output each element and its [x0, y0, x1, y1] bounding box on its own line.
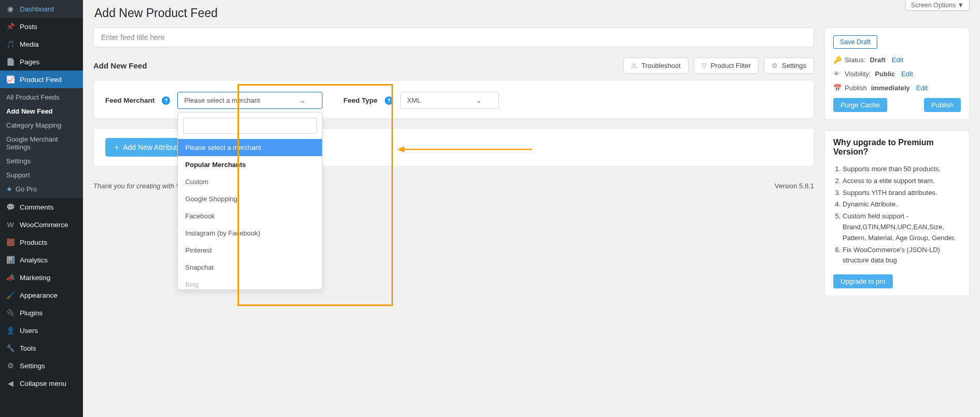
purge-cache-button[interactable]: Purge Cache — [833, 98, 887, 112]
sidebar-item-plugins[interactable]: 🔌Plugins — [0, 304, 83, 322]
product-filter-button[interactable]: ▽Product Filter — [694, 58, 759, 74]
edit-schedule-link[interactable]: Edit — [916, 84, 928, 92]
premium-item: Access to a elite support team. — [843, 176, 961, 187]
merchant-select-value: Please select a merchant — [184, 96, 260, 104]
dropdown-item[interactable]: Google Shopping — [178, 190, 322, 207]
troubleshoot-button[interactable]: ⚠Troubleshoot — [623, 58, 688, 74]
gear-icon: ⚙ — [772, 62, 778, 70]
collapse-icon: ◀ — [5, 378, 16, 388]
settings-icon: ⚙ — [5, 360, 16, 371]
merchant-dropdown: Please select a merchant Popular Merchan… — [177, 112, 323, 290]
sidebar-item-tools[interactable]: 🔧Tools — [0, 339, 83, 357]
users-icon: 👤 — [5, 325, 16, 336]
tools-icon: 🔧 — [5, 343, 16, 353]
feedtype-select[interactable]: XML ⌄ — [400, 92, 499, 109]
product-feed-icon: 📈 — [5, 74, 16, 85]
merchant-select[interactable]: Please select a merchant ⌄ Please select… — [177, 92, 323, 109]
settings-button[interactable]: ⚙Settings — [764, 58, 814, 74]
premium-item: Supports more than 50 products. — [843, 164, 961, 175]
left-column: Add New Feed ⚠Troubleshoot ▽Product Filt… — [93, 27, 814, 190]
sidebar-sub-gopro[interactable]: ★Go Pro — [0, 182, 83, 196]
chevron-down-icon: ⌄ — [476, 96, 482, 104]
sidebar-item-analytics[interactable]: 📊Analytics — [0, 251, 83, 269]
premium-title: Why upgrade to Premium Version? — [833, 138, 961, 157]
star-icon: ★ — [6, 185, 12, 193]
dropdown-item[interactable]: Bing — [178, 276, 322, 289]
sidebar-item-products[interactable]: 🧱Products — [0, 233, 83, 251]
publish-button[interactable]: Publish — [924, 98, 961, 112]
sidebar-item-posts[interactable]: 📌Posts — [0, 18, 83, 35]
annotation-arrow — [397, 144, 532, 155]
feedtype-label: Feed Type — [343, 96, 377, 104]
sidebar-item-woocommerce[interactable]: WWooCommerce — [0, 216, 83, 233]
warning-icon: ⚠ — [631, 62, 637, 70]
dropdown-item[interactable]: Instagram (by Facebook) — [178, 225, 322, 242]
sidebar-item-users[interactable]: 👤Users — [0, 322, 83, 339]
dropdown-item-placeholder[interactable]: Please select a merchant — [178, 139, 322, 156]
feed-config-panel: Feed Merchant ? Please select a merchant… — [93, 80, 814, 119]
merchant-dropdown-list[interactable]: Please select a merchant Popular Merchan… — [178, 139, 322, 289]
sidebar-item-settings[interactable]: ⚙Settings — [0, 357, 83, 374]
comments-icon: 💬 — [5, 202, 16, 212]
sidebar-item-product-feed[interactable]: 📈Product Feed — [0, 71, 83, 88]
upgrade-button[interactable]: Upgrade to pro — [833, 274, 893, 288]
dropdown-item[interactable]: Snapchat — [178, 259, 322, 276]
calendar-icon: 📅 — [833, 84, 841, 92]
dropdown-item[interactable]: Pinterest — [178, 242, 322, 259]
svg-marker-1 — [397, 146, 404, 152]
sidebar-item-appearance[interactable]: 🖌️Appearance — [0, 286, 83, 304]
sidebar-item-media[interactable]: 🎵Media — [0, 35, 83, 53]
chevron-down-icon: ⌄ — [300, 96, 305, 104]
pages-icon: 📄 — [5, 57, 16, 67]
appearance-icon: 🖌️ — [5, 290, 16, 300]
premium-list: Supports more than 50 products. Access t… — [833, 164, 961, 266]
sidebar-sub-gmerchant[interactable]: Google Merchant Settings — [0, 132, 83, 154]
premium-item: Dynamic Attribute. — [843, 199, 961, 210]
version-text: Version 5.8.1 — [775, 182, 814, 190]
dropdown-group-popular: Popular Merchants — [178, 156, 322, 173]
screen-options-toggle[interactable]: Screen Options ▼ — [905, 0, 970, 11]
plus-icon: + — [115, 143, 119, 151]
premium-item: Fix WooCommerce's (JSON-LD) structure da… — [843, 245, 961, 267]
products-icon: 🧱 — [5, 237, 16, 247]
panel-actions: ⚠Troubleshoot ▽Product Filter ⚙Settings — [623, 58, 814, 74]
sidebar-sub-support[interactable]: Support — [0, 168, 83, 182]
page-title: Add New Product Feed — [94, 6, 970, 20]
schedule-row: 📅 Publish immediately Edit — [833, 84, 961, 92]
sidebar-submenu: All Product Feeds Add New Feed Category … — [0, 88, 83, 198]
visibility-row: 👁 Visibility: Public Edit — [833, 70, 961, 78]
sidebar-item-marketing[interactable]: 📣Marketing — [0, 269, 83, 286]
help-icon[interactable]: ? — [162, 96, 170, 105]
edit-status-link[interactable]: Edit — [892, 56, 903, 64]
dashboard-icon: ◉ — [5, 4, 16, 14]
save-draft-button[interactable]: Save Draft — [833, 35, 877, 49]
dropdown-item[interactable]: Custom — [178, 173, 322, 190]
sidebar-item-dashboard[interactable]: ◉Dashboard — [0, 0, 83, 18]
dropdown-item[interactable]: Facebook — [178, 207, 322, 225]
analytics-icon: 📊 — [5, 255, 16, 265]
sidebar-item-pages[interactable]: 📄Pages — [0, 53, 83, 71]
media-icon: 🎵 — [5, 39, 16, 49]
sidebar-sub-add-new[interactable]: Add New Feed — [0, 104, 83, 118]
admin-sidebar: ◉Dashboard 📌Posts 🎵Media 📄Pages 📈Product… — [0, 0, 83, 417]
feedtype-select-value: XML — [407, 96, 421, 104]
plugins-icon: 🔌 — [5, 308, 16, 318]
merchant-search-input[interactable] — [183, 118, 317, 134]
right-column: Save Draft 🔑 Status: Draft Edit 👁 Visibi… — [824, 27, 970, 307]
eye-icon: 👁 — [833, 70, 841, 78]
marketing-icon: 📣 — [5, 272, 16, 283]
sidebar-item-collapse[interactable]: ◀Collapse menu — [0, 374, 83, 392]
sidebar-sub-all-feeds[interactable]: All Product Feeds — [0, 90, 83, 104]
premium-item: Custom field support - Brand,GTIN,MPN,UP… — [843, 211, 961, 243]
help-icon[interactable]: ? — [385, 96, 393, 105]
key-icon: 🔑 — [833, 56, 841, 64]
sidebar-sub-category[interactable]: Category Mapping — [0, 118, 83, 132]
feed-title-input[interactable] — [93, 27, 814, 47]
sidebar-sub-settings[interactable]: Settings — [0, 154, 83, 168]
status-row: 🔑 Status: Draft Edit — [833, 56, 961, 64]
woocommerce-icon: W — [5, 219, 16, 230]
pin-icon: 📌 — [5, 21, 16, 32]
sidebar-item-comments[interactable]: 💬Comments — [0, 198, 83, 216]
panel-title: Add New Feed — [93, 61, 147, 70]
edit-visibility-link[interactable]: Edit — [901, 70, 913, 78]
